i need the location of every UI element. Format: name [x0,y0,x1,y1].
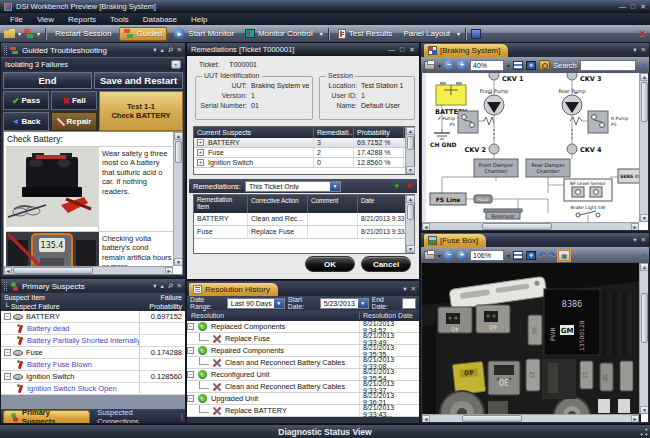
menu-reports[interactable]: Reports [68,15,96,24]
panel-view-icon[interactable] [471,29,481,39]
braking-system-header[interactable]: [Braking System] ▾ ✕ [421,43,649,57]
print-icon[interactable] [424,61,435,70]
panel-menu-icon[interactable]: ▾ [633,236,636,244]
collapse-icon[interactable]: − [187,323,194,330]
session-mode-icon[interactable] [24,29,34,38]
zoom-level-field[interactable]: 106% [470,250,504,261]
suspect-row[interactable]: − BATTERY0.697152 [1,311,185,323]
zoom-caret-icon[interactable]: ▾ [507,252,510,259]
close-document-icon[interactable]: ✕ [638,29,646,39]
panel-menu-icon[interactable]: ▾ [403,285,406,293]
end-date-picker[interactable] [402,298,416,309]
bf-level-sensor[interactable]: BF Level Sensor [564,179,612,201]
remediation-row[interactable]: BATTERY Clean and Rec... 8/21/2013 9:33.… [194,213,414,226]
current-test-button[interactable]: Test 1-1 Check BATTERY [99,91,183,131]
primary-suspects-header[interactable]: Primary Suspects ▾ ▴ ⚲ ✕ [1,279,185,293]
panel-layout-caret-icon[interactable]: ▾ [457,30,460,37]
redo-icon[interactable]: ↷ [549,251,556,260]
minimize-button[interactable]: — [388,46,395,54]
pass-button[interactable]: ✔Pass [3,91,49,110]
highlighted-fuse-40[interactable]: 40 [453,362,486,395]
guided-button[interactable]: Guided [119,27,168,41]
current-suspects-header[interactable]: Current Suspects Remediati... Probabilit… [194,127,414,138]
menu-tools[interactable]: Tools [110,15,129,24]
print-icon[interactable] [424,251,435,260]
search-icon[interactable] [539,60,550,70]
open-session-caret-icon[interactable]: ▾ [18,30,21,37]
suspect-failure-row[interactable]: Ignition Switch Stuck Open [1,383,185,395]
grid-view-icon[interactable] [513,61,523,70]
highlight-tool-icon[interactable]: ▦ [558,250,570,261]
vertical-scrollbar[interactable]: ▲▼ [405,127,414,174]
resolution-row[interactable]: Replace BATTERY 8/21/2013 9:33:43... [187,405,419,417]
tab-suspected-connections[interactable]: Suspected Connections [91,410,180,423]
resize-grip[interactable] [640,428,648,436]
fuse-box-tab[interactable]: [Fuse Box] [424,234,486,247]
vertical-scrollbar[interactable]: ▲▼ [405,195,414,253]
collapse-icon[interactable]: − [187,371,194,378]
panel-menu-icon[interactable]: ▾ [633,46,636,54]
ok-button[interactable]: OK [305,256,355,272]
collapse-icon[interactable]: − [4,313,11,320]
delete-remediation-icon[interactable]: ✕ [405,181,413,191]
monitor-control-caret-icon[interactable]: ▾ [320,30,323,37]
zoom-level-field[interactable]: 40% [470,60,504,71]
minimize-button[interactable]: — [619,3,626,11]
save-and-restart-button[interactable]: Save and Restart [94,72,183,89]
suspect-failure-row[interactable]: Battery Fuse Blown [1,359,185,371]
suspect-failure-row[interactable]: Battery Partially Shorted Internally [1,335,185,347]
panel-close-icon[interactable]: ✕ [177,282,182,290]
collapse-icon[interactable]: − [187,395,194,402]
panel-close-icon[interactable]: ✕ [641,236,646,244]
open-session-icon[interactable] [4,29,15,38]
panel-collapse-icon[interactable]: ▴ [161,46,164,54]
fit-to-window-icon[interactable]: ✥ [526,251,536,260]
suspect-failure-row[interactable]: Battery dead [1,323,185,335]
expand-icon[interactable]: + [197,139,204,146]
date-range-dropdown[interactable]: Last 90 Days▼ [227,298,285,309]
undo-icon[interactable]: ↶ [539,251,546,260]
menu-file[interactable]: File [10,15,23,24]
fuse-box-header[interactable]: [Fuse Box] ▾ ✕ [421,233,649,247]
rear-damper-chamber[interactable]: Rear Damper Chamber [526,159,570,177]
zoom-out-icon[interactable]: − [444,250,454,260]
fusebox-canvas[interactable]: 8386 PWR GM 13500128 40 [422,263,648,422]
add-remediation-icon[interactable]: ✦ [393,181,401,191]
suspect-row[interactable]: − Fuse0.174288 [1,347,185,359]
reservoir-symbol[interactable]: Reservoir [484,209,522,219]
front-damper-chamber[interactable]: Front Damper Chamber [474,159,518,177]
panel-close-icon[interactable]: ✕ [177,46,182,54]
panel-pin-icon[interactable]: ⚲ [166,281,175,290]
test-results-button[interactable]: Test Results [334,27,397,41]
ckv2-symbol[interactable]: CKV 2 [464,144,499,154]
isolating-options-button[interactable]: ▪ [171,60,181,69]
expand-icon[interactable]: + [197,159,204,166]
resolution-history-tab[interactable]: Resolution History [189,283,278,296]
panel-menu-icon[interactable]: ▾ [153,282,156,290]
panel-pin-icon[interactable]: ⚲ [166,45,175,54]
suspect-row[interactable]: +BATTERY 3 69.7152 % [194,138,414,148]
back-button[interactable]: ◄Back [3,112,49,131]
guided-panel-header[interactable]: Guided Troubleshooting ▾ ▴ ⚲ ✕ [1,43,185,57]
suspect-row[interactable]: +Fuse 2 17.4288 % [194,148,414,158]
close-button[interactable]: ✕ [409,46,415,54]
horizontal-scrollbar[interactable]: ◄► [4,266,173,274]
navigate-forward-icon[interactable]: ➜ [639,61,646,70]
fs-line-box[interactable]: FS Line [430,193,466,205]
navigate-forward-icon[interactable]: ➜ [639,251,646,260]
schematic-canvas[interactable]: BATTERY CKV 1 CKV 3 Front Pump Rear Pump [422,73,648,230]
repair-button[interactable]: Repair [51,112,97,131]
panel-collapse-icon[interactable]: ▴ [161,282,164,290]
horizontal-scrollbar[interactable]: ◄► [422,414,639,422]
collapse-icon[interactable]: − [187,347,194,354]
menu-database[interactable]: Database [143,15,177,24]
print-caret-icon[interactable]: ▾ [438,62,441,69]
expand-icon[interactable]: + [197,149,204,156]
start-monitor-button[interactable]: ▶Start Monitor [170,27,238,41]
remediations-table-header[interactable]: Remediation Item Corrective Action Comme… [194,195,414,213]
collapse-icon[interactable]: − [4,373,11,380]
monitor-control-button[interactable]: Monitor Control [241,27,317,41]
panel-close-icon[interactable]: ✕ [641,46,646,54]
zoom-caret-icon[interactable]: ▾ [507,62,510,69]
resolution-history-header[interactable]: Resolution History ▾ ✕ [187,281,419,296]
